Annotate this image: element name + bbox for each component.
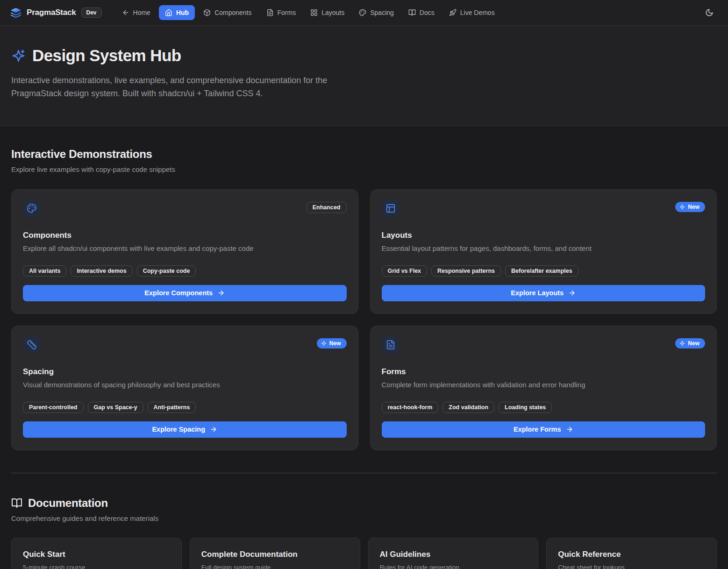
theme-toggle-button[interactable] — [701, 4, 718, 21]
package-icon — [203, 9, 211, 16]
doc-card-ai-guidelines[interactable]: AI Guidelines Rules for AI code generati… — [368, 538, 539, 569]
nav-label: Home — [133, 9, 150, 16]
nav-label: Layouts — [321, 9, 344, 16]
button-label: Explore Components — [144, 289, 213, 297]
badge-label: New — [688, 340, 699, 347]
card-description: Visual demonstrations of spacing philoso… — [23, 381, 347, 389]
new-badge: New — [317, 338, 347, 349]
doc-card-quick-reference[interactable]: Quick Reference Cheat sheet for lookups — [546, 538, 717, 569]
status-badge: Enhanced — [307, 202, 347, 213]
nav-label: Live Demos — [460, 9, 495, 16]
feature-tag: Copy-paste code — [137, 265, 196, 277]
rocket-icon — [449, 9, 457, 16]
nav-label: Components — [214, 9, 251, 16]
hero-section: Design System Hub Interactive demonstrat… — [0, 26, 728, 126]
card-title: Spacing — [23, 367, 347, 377]
palette-icon — [359, 9, 366, 16]
feature-tag: Loading states — [499, 402, 552, 413]
new-badge: New — [675, 202, 705, 212]
book-open-icon — [11, 498, 22, 509]
doc-card-title: Quick Reference — [558, 550, 705, 559]
explore-forms-button[interactable]: Explore Forms — [382, 421, 706, 438]
feature-tag: All variants — [23, 265, 66, 277]
demo-card-layouts: New Layouts Essential layout patterns fo… — [370, 189, 717, 314]
demo-card-grid: Enhanced Components Explore all shadcn/u… — [11, 189, 717, 450]
feature-tag: Grid vs Flex — [382, 265, 428, 277]
feature-tag: react-hook-form — [382, 402, 439, 413]
card-description: Explore all shadcn/ui components with li… — [23, 244, 347, 252]
doc-card-description: Rules for AI code generation — [380, 564, 527, 569]
doc-card-description: Cheat sheet for lookups — [558, 564, 705, 569]
tag-row: Grid vs Flex Responsive patterns Before/… — [382, 265, 706, 277]
feature-tag: Gap vs Space-y — [88, 402, 143, 413]
arrow-left-icon — [122, 9, 129, 16]
file-text-icon — [382, 336, 400, 354]
badge-label: New — [329, 340, 341, 347]
nav-item-spacing[interactable]: Spacing — [353, 5, 400, 20]
explore-layouts-button[interactable]: Explore Layouts — [382, 285, 706, 301]
feature-tag: Zod validation — [443, 402, 494, 413]
nav-item-docs[interactable]: Docs — [402, 5, 441, 20]
arrow-right-icon — [566, 426, 573, 433]
arrow-right-icon — [568, 289, 576, 297]
env-badge: Dev — [81, 7, 102, 18]
button-label: Explore Spacing — [152, 426, 205, 433]
nav-label: Forms — [278, 9, 296, 16]
nav-label: Docs — [420, 9, 435, 16]
card-description: Complete form implementations with valid… — [382, 381, 706, 389]
docs-section-subtitle: Comprehensive guides and reference mater… — [11, 514, 717, 522]
panels-top-left-icon — [382, 199, 400, 217]
nav-item-components[interactable]: Components — [197, 5, 257, 20]
doc-card-description: 5-minute crash course — [23, 564, 170, 569]
explore-components-button[interactable]: Explore Components — [23, 285, 347, 301]
nav-item-forms[interactable]: Forms — [260, 5, 302, 20]
brand-name[interactable]: PragmaStack — [27, 8, 76, 17]
tag-row: All variants Interactive demos Copy-past… — [23, 265, 347, 277]
page-title: Design System Hub — [32, 46, 181, 65]
sparkles-icon — [11, 49, 26, 63]
brand-group: PragmaStack Dev — [10, 7, 102, 18]
card-title: Layouts — [382, 231, 706, 240]
nav-item-hub[interactable]: Hub — [159, 5, 195, 20]
main-nav: Home Hub Components Forms Layouts — [116, 5, 501, 20]
layers-logo-icon — [10, 7, 21, 18]
nav-item-live-demos[interactable]: Live Demos — [443, 5, 501, 20]
demos-section: Interactive Demonstrations Explore live … — [11, 126, 717, 450]
navbar: PragmaStack Dev Home Hub Components Fo — [0, 0, 728, 26]
doc-card-title: Complete Documentation — [201, 550, 349, 559]
main-content: Interactive Demonstrations Explore live … — [0, 126, 728, 569]
palette-icon — [23, 199, 41, 217]
docs-card-grid: Quick Start 5-minute crash course Comple… — [11, 538, 717, 569]
nav-item-layouts[interactable]: Layouts — [304, 5, 350, 20]
button-label: Explore Layouts — [511, 289, 564, 297]
feature-tag: Before/after examples — [505, 265, 578, 277]
moon-icon — [705, 8, 714, 17]
demos-section-subtitle: Explore live examples with copy-paste co… — [11, 165, 717, 173]
badge-label: New — [688, 204, 699, 210]
feature-tag: Anti-patterns — [148, 402, 196, 413]
sparkles-icon — [679, 204, 685, 210]
doc-card-complete-documentation[interactable]: Complete Documentation Full design syste… — [190, 538, 360, 569]
card-title: Forms — [382, 367, 706, 377]
demo-card-components: Enhanced Components Explore all shadcn/u… — [11, 189, 358, 314]
feature-tag: Responsive patterns — [431, 265, 501, 277]
card-description: Essential layout patterns for pages, das… — [382, 244, 706, 252]
nav-label: Hub — [176, 9, 189, 16]
new-badge: New — [675, 338, 705, 349]
arrow-right-icon — [210, 426, 217, 433]
demos-section-title: Interactive Demonstrations — [11, 148, 717, 161]
nav-item-home[interactable]: Home — [116, 5, 157, 20]
feature-tag: Parent-controlled — [23, 402, 84, 413]
button-label: Explore Forms — [514, 426, 561, 433]
ruler-icon — [23, 336, 41, 354]
doc-card-description: Full design system guide — [201, 564, 349, 569]
sparkles-icon — [321, 341, 327, 346]
explore-spacing-button[interactable]: Explore Spacing — [23, 421, 347, 438]
feature-tag: Interactive demos — [71, 265, 132, 277]
home-icon — [165, 9, 172, 16]
doc-card-quick-start[interactable]: Quick Start 5-minute crash course — [11, 538, 182, 569]
book-open-icon — [408, 9, 416, 16]
demo-card-forms: New Forms Complete form implementations … — [370, 326, 717, 450]
tag-row: Parent-controlled Gap vs Space-y Anti-pa… — [23, 402, 347, 413]
file-text-icon — [266, 9, 274, 16]
